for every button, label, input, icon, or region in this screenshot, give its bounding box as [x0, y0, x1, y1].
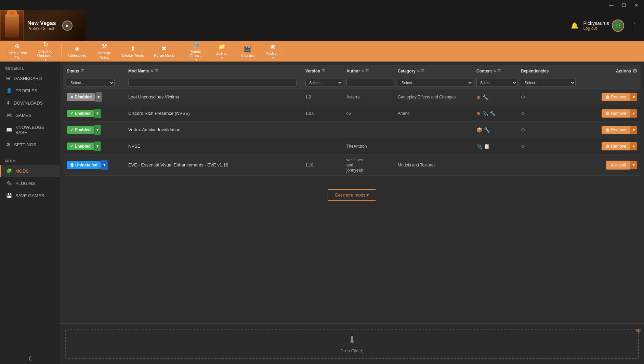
content-col-menu[interactable]: ☰	[497, 69, 501, 73]
play-button[interactable]: ▶	[62, 21, 73, 31]
dep-icon-2[interactable]: ⚙	[521, 111, 525, 116]
install-button-5[interactable]: ⊕ Install	[606, 161, 630, 170]
sidebar-item-mods[interactable]: 🧩 MODS	[0, 165, 60, 177]
dep-icon-4[interactable]: ⚙	[521, 144, 525, 149]
status-filter[interactable]: Select...	[67, 79, 115, 87]
sidebar-item-plugins[interactable]: 🔌 PLUGINS	[0, 177, 60, 189]
knowledge-base-icon: 📖	[6, 127, 12, 133]
actions-gear-icon[interactable]: ⚙	[632, 68, 637, 74]
sidebar-item-downloads[interactable]: ⬇ DOWNLOADS	[0, 97, 60, 109]
wrench-icon-2[interactable]: 🔧	[490, 111, 496, 116]
version-col-menu[interactable]: ☰	[321, 69, 325, 73]
remove-dropdown-4[interactable]: ▾	[630, 142, 637, 150]
remove-dropdown-1[interactable]: ▾	[630, 93, 637, 101]
toolbar-check-updates[interactable]: ↻ Check forUpdates... ▾	[33, 39, 58, 64]
wrench-icon-3[interactable]: 🔧	[484, 127, 490, 133]
remove-dropdown-2[interactable]: ▾	[630, 109, 637, 118]
modname-sort-icon[interactable]: ⇅	[150, 69, 153, 73]
toolbar-categories[interactable]: ◈ Categories	[64, 43, 91, 60]
notification-bell[interactable]: 🔔	[571, 22, 578, 29]
sidebar-item-save-games[interactable]: 💾 SAVE GAMES	[0, 189, 60, 202]
modname-col-menu[interactable]: ☰	[155, 69, 158, 73]
author-sort-icon[interactable]: ⇅	[361, 69, 364, 73]
status-badge-enabled-3[interactable]: ✓ Enabled	[67, 126, 94, 134]
mod-version-1: 1.2	[305, 94, 346, 99]
mods-label: MODS	[15, 168, 29, 174]
remove-button-4[interactable]: 🗑 Remove	[602, 142, 630, 150]
dep-icon-3[interactable]: ⚙	[521, 127, 525, 133]
sidebar-item-dashboard[interactable]: ⊞ DASHBOARD	[0, 72, 60, 84]
sidebar-item-profiles[interactable]: 👤 PROFILES	[0, 84, 60, 97]
install-dropdown-5[interactable]: ▾	[630, 161, 637, 169]
status-badge-enabled-2[interactable]: ✓ Enabled	[67, 110, 94, 117]
status-dropdown-3[interactable]: ▾	[94, 125, 101, 135]
sidebar: GENERAL ⊞ DASHBOARD 👤 PROFILES ⬇ DOWNLOA…	[0, 62, 60, 364]
attach-icon-4[interactable]: 📎	[476, 144, 482, 149]
status-group-3: ✓ Enabled ▾	[67, 125, 128, 135]
get-more-mods-button[interactable]: Get more mods ▾	[328, 189, 376, 201]
add-circle-icon[interactable]: ⊕	[476, 94, 481, 100]
author-col-menu[interactable]: ☰	[365, 69, 369, 73]
toolbar-divider-1	[61, 44, 62, 58]
toolbar-deploy-mods[interactable]: ⬆ Deploy Mods	[118, 43, 148, 60]
archive-icon-3[interactable]: 📦	[476, 127, 482, 133]
remove-dropdown-3[interactable]: ▾	[630, 126, 637, 134]
file-icon-4[interactable]: 📋	[484, 144, 490, 149]
sidebar-collapse-button[interactable]: ❮	[0, 352, 60, 364]
content-sort-icon[interactable]: ⇅	[493, 69, 496, 73]
remove-button-2[interactable]: 🗑 Remove	[602, 109, 630, 118]
category-col-menu[interactable]: ☰	[421, 69, 424, 73]
plugins-label: PLUGINS	[15, 181, 35, 186]
close-button[interactable]: ✕	[632, 2, 641, 9]
status-col-menu[interactable]: ☰	[81, 69, 84, 73]
modname-filter[interactable]	[128, 79, 297, 86]
toolbar-tutorials[interactable]: 🎬 Tutorials	[235, 43, 259, 60]
status-dropdown-5[interactable]: ▾	[101, 160, 108, 170]
status-badge-disabled-1[interactable]: ✕ Disabled	[67, 93, 95, 101]
drop-zone[interactable]: ⬇ Drop File(s)	[65, 329, 639, 359]
dependencies-filter[interactable]: Select...	[521, 79, 576, 87]
version-filter[interactable]: Select...	[305, 79, 343, 87]
status-dropdown-4[interactable]: ▾	[94, 141, 101, 151]
save-games-icon: 💾	[6, 193, 12, 198]
mod-status-4: ✓ Enabled ▾	[67, 141, 128, 151]
status-dropdown-1[interactable]: ▾	[95, 92, 102, 102]
drop-zone-corner-icon[interactable]: ✉	[636, 327, 641, 334]
sidebar-mods-title: MODS	[0, 158, 60, 165]
toolbar-install-from-file[interactable]: ⊕ Install FromFile	[3, 40, 31, 62]
maximize-button[interactable]: ☐	[620, 2, 628, 9]
toolbar-manage-rules[interactable]: ⚒ ManageRules	[92, 40, 116, 62]
status-col-label: Status	[67, 69, 79, 73]
add-circle-icon-2[interactable]: ⊕	[476, 111, 481, 116]
author-filter[interactable]	[346, 79, 394, 86]
toolbar-modlist[interactable]: ◉ Modlist... ▾	[261, 41, 285, 62]
profiles-icon: 👤	[6, 88, 12, 93]
sidebar-item-knowledge-base[interactable]: 📖 KNOWLEDGE BASE	[0, 121, 60, 138]
status-badge-uninstalled-5[interactable]: 🗑 Uninstalled	[67, 161, 101, 169]
category-sort-icon[interactable]: ⇅	[417, 69, 420, 73]
toolbar-import-from[interactable]: 🔗 ImportFrom... ▾	[184, 39, 208, 64]
sidebar-item-games[interactable]: 🎮 GAMES	[0, 109, 60, 121]
open-arrow: ▾	[221, 56, 223, 60]
remove-button-3[interactable]: 🗑 Remove	[602, 126, 630, 134]
wrench-icon[interactable]: 🔧	[482, 94, 488, 100]
sidebar-item-settings[interactable]: ⚙ SETTINGS	[0, 138, 60, 151]
attach-icon-2[interactable]: 📎	[482, 111, 488, 116]
col-header-version: Version ☰	[305, 69, 346, 73]
sidebar-mods-section: MODS 🧩 MODS 🔌 PLUGINS 💾 SAVE GAMES	[0, 154, 60, 205]
remove-button-1[interactable]: 🗑 Remove	[602, 93, 630, 101]
import-icon: 🔗	[192, 41, 200, 48]
toolbar-open[interactable]: 📁 Open... ▾	[210, 41, 234, 62]
mod-actions-1: 🗑 Remove ▾	[579, 93, 637, 101]
minimize-button[interactable]: —	[607, 2, 616, 9]
content-filter[interactable]: Selec	[476, 79, 517, 87]
toolbar-purge-mods[interactable]: ✖ Purge Mods	[150, 43, 178, 60]
status-badge-enabled-4[interactable]: ✓ Enabled	[67, 143, 94, 150]
knowledge-base-label: KNOWLEDGE BASE	[15, 125, 55, 135]
dep-icon-1[interactable]: ⚙	[521, 94, 525, 100]
status-group-2: ✓ Enabled ▾	[67, 109, 128, 118]
more-button[interactable]: ⋮	[629, 20, 639, 31]
category-filter[interactable]: Select...	[398, 79, 473, 87]
logout-link[interactable]: Log out	[583, 26, 609, 31]
status-dropdown-2[interactable]: ▾	[94, 109, 101, 118]
